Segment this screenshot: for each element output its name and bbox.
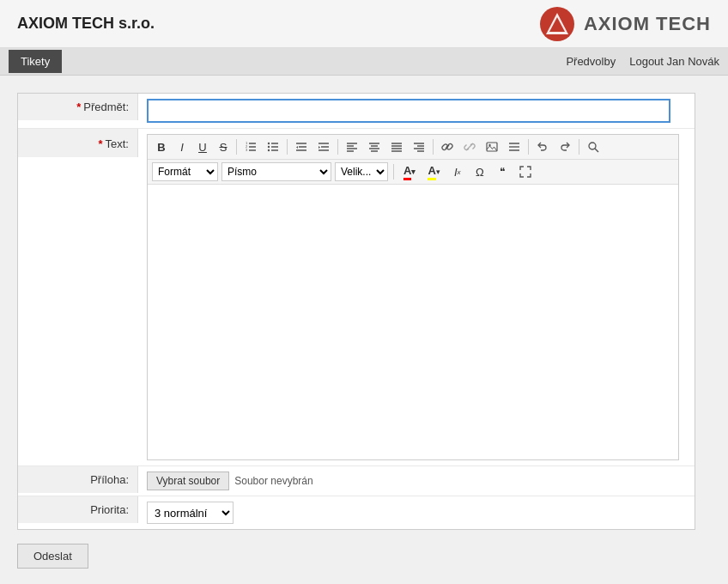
subject-field-container — [138, 94, 695, 128]
redo-btn[interactable] — [555, 137, 575, 156]
undo-btn[interactable] — [532, 137, 553, 156]
svg-point-14 — [268, 149, 270, 151]
attachment-row: Příloha: Vybrat soubor Soubor nevybrán — [18, 466, 695, 496]
navbar: Tikety Předvolby Logout Jan Novák — [0, 48, 728, 76]
subject-row: * Předmět: — [18, 94, 695, 129]
font-select[interactable]: Písmo Arial Times New Roman — [221, 162, 331, 181]
editor-body[interactable] — [148, 185, 678, 459]
indent-icon — [318, 141, 330, 153]
priority-row: Priorita: 1 kritická 2 vysoká 3 normální… — [18, 496, 695, 529]
clear-format-btn[interactable]: Ix — [448, 162, 467, 181]
choose-file-button[interactable]: Vybrat soubor — [147, 471, 229, 490]
subject-input[interactable] — [147, 99, 670, 123]
subject-required-star: * — [76, 100, 81, 113]
toolbar-row2: Formát Nadpis 1 Nadpis 2 Odstavec Písmo … — [148, 160, 678, 185]
sep7 — [393, 164, 394, 179]
fullscreen-icon — [519, 166, 531, 178]
nav-right-links: Předvolby Logout Jan Novák — [566, 55, 719, 68]
text-label: * Text: — [18, 129, 138, 157]
submit-button[interactable]: Odeslat — [17, 544, 88, 569]
text-required-star: * — [98, 137, 102, 150]
priority-select[interactable]: 1 kritická 2 vysoká 3 normální 4 nízká 5… — [147, 502, 234, 524]
ordered-list-icon: 123 — [245, 141, 257, 153]
header: AXIOM TECH s.r.o. AXIOM TECH — [0, 0, 728, 48]
priority-field: 1 kritická 2 vysoká 3 normální 4 nízká 5… — [138, 496, 695, 529]
unordered-list-icon — [267, 141, 279, 153]
ordered-list-btn[interactable]: 123 — [240, 137, 261, 156]
align-right-icon — [413, 141, 425, 153]
attachment-label: Příloha: — [18, 466, 138, 493]
align-right-btn[interactable] — [409, 137, 429, 156]
underline-btn[interactable]: U — [193, 137, 212, 156]
brand-area: AXIOM TECH — [539, 6, 711, 42]
brand-name: AXIOM TECH — [584, 13, 711, 35]
rich-text-editor: B I U S 123 — [147, 134, 679, 460]
svg-point-13 — [268, 146, 270, 148]
format-select[interactable]: Formát Nadpis 1 Nadpis 2 Odstavec — [152, 162, 218, 181]
align-left-icon — [346, 141, 358, 153]
unlink-icon — [464, 141, 476, 153]
subject-label-text: Předmět: — [83, 100, 129, 113]
unordered-list-btn[interactable] — [263, 137, 283, 156]
redo-icon — [559, 141, 571, 153]
unlink-btn[interactable] — [459, 137, 480, 156]
strikethrough-btn[interactable]: S — [214, 137, 233, 156]
editor-field-container: B I U S 123 — [138, 129, 695, 465]
sep3 — [337, 139, 338, 155]
find-btn[interactable] — [583, 137, 604, 156]
svg-line-47 — [595, 149, 598, 152]
hr-icon — [508, 141, 520, 153]
sep4 — [433, 139, 434, 155]
priority-label: Priorita: — [18, 496, 138, 523]
image-btn[interactable] — [482, 137, 502, 156]
svg-point-12 — [268, 143, 270, 144]
ticket-form: * Předmět: * Text: B I U S — [17, 93, 695, 530]
company-name: AXIOM TECH s.r.o. — [17, 15, 155, 33]
sep1 — [236, 139, 237, 155]
outdent-btn[interactable] — [291, 137, 312, 156]
priority-label-text: Priorita: — [90, 503, 129, 516]
special-char-btn[interactable]: Ω — [470, 162, 489, 181]
align-justify-icon — [391, 141, 403, 153]
subject-label: * Předmět: — [18, 94, 138, 120]
bg-color-btn[interactable]: A▾ — [423, 162, 444, 181]
svg-line-40 — [466, 143, 473, 150]
main-content: * Předmět: * Text: B I U S — [0, 76, 713, 584]
align-center-icon — [368, 141, 380, 153]
toolbar-row1: B I U S 123 — [148, 135, 678, 160]
text-label-text: Text: — [106, 137, 129, 150]
sep5 — [528, 139, 529, 155]
image-icon — [486, 141, 498, 153]
svg-point-46 — [589, 143, 596, 149]
align-justify-btn[interactable] — [386, 137, 407, 156]
bg-color-label: A — [428, 164, 435, 180]
undo-icon — [537, 141, 549, 153]
svg-rect-41 — [487, 143, 497, 151]
link-icon — [441, 141, 453, 153]
attachment-label-text: Příloha: — [90, 473, 129, 486]
align-center-btn[interactable] — [364, 137, 385, 156]
outdent-icon — [295, 141, 307, 153]
nav-tabs: Tikety — [9, 50, 62, 73]
font-color-btn[interactable]: A▾ — [399, 162, 420, 181]
search-icon — [587, 141, 599, 153]
sep2 — [287, 139, 288, 155]
quote-btn[interactable]: ❝ — [493, 162, 512, 181]
logout-link[interactable]: Logout Jan Novák — [629, 55, 719, 68]
submit-row: Odeslat — [17, 544, 695, 569]
indent-btn[interactable] — [313, 137, 334, 156]
tikety-tab[interactable]: Tikety — [9, 50, 62, 73]
attachment-status: Soubor nevybrán — [234, 475, 312, 487]
hr-btn[interactable] — [504, 137, 525, 156]
link-btn[interactable] — [437, 137, 458, 156]
text-row: * Text: B I U S 123 — [18, 129, 695, 466]
bold-btn[interactable]: B — [152, 137, 171, 156]
align-left-btn[interactable] — [342, 137, 362, 156]
size-select[interactable]: Velik... 8pt 10pt 12pt 14pt — [335, 162, 388, 181]
axiomtech-logo-icon — [539, 6, 575, 42]
preferences-link[interactable]: Předvolby — [566, 55, 616, 68]
svg-marker-22 — [318, 146, 320, 149]
fullscreen-btn[interactable] — [515, 162, 536, 181]
italic-btn[interactable]: I — [173, 137, 191, 156]
font-color-label: A — [403, 164, 411, 180]
